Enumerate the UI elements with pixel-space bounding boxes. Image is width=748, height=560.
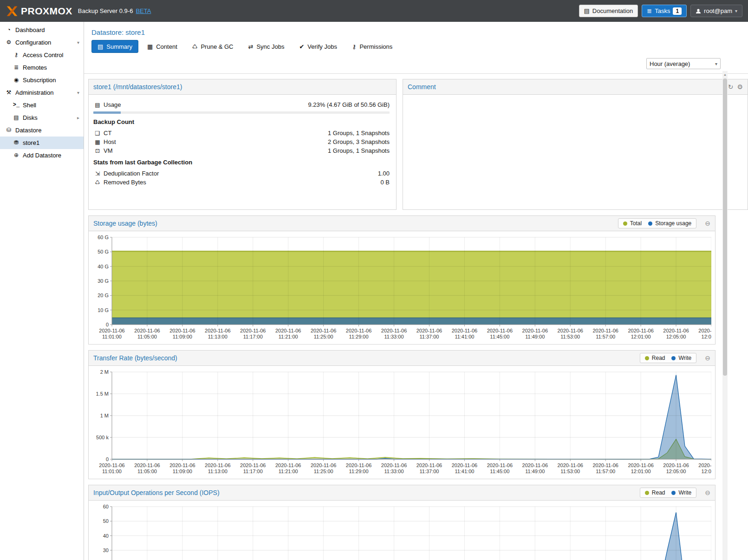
tab-summary[interactable]: ▤Summary <box>91 40 138 53</box>
sidebar-item-label: Datastore <box>15 124 41 137</box>
chevron-down-icon: ▾ <box>735 8 737 13</box>
tab-permissions[interactable]: ⚷Permissions <box>346 40 398 53</box>
tab-label: Content <box>156 43 177 50</box>
sidebar-item-access-control[interactable]: ⚷Access Control <box>0 49 84 61</box>
svg-text:2020-11-06: 2020-11-06 <box>522 328 548 333</box>
tab-sync-jobs[interactable]: ⇄Sync Jobs <box>242 40 291 53</box>
stat-value: 1 Groups, 1 Snapshots <box>328 130 390 137</box>
svg-text:11:13:00: 11:13:00 <box>208 469 228 474</box>
tasks-button[interactable]: ≣ Tasks 1 <box>642 5 687 17</box>
sidebar-item-subscription[interactable]: ◉Subscription <box>0 74 84 86</box>
svg-text:2020-11-06: 2020-11-06 <box>416 462 442 468</box>
collapse-icon[interactable]: ⊖ <box>705 220 710 227</box>
scroll-up-arrow[interactable]: ▲ <box>722 71 728 78</box>
legend-label: Write <box>678 355 691 361</box>
svg-text:11:05:00: 11:05:00 <box>137 334 157 339</box>
sidebar-item-configuration[interactable]: ⚙Configuration▾ <box>0 36 84 49</box>
sidebar-item-datastore[interactable]: ⛁Datastore <box>0 124 84 137</box>
legend-item-read[interactable]: Read <box>645 355 665 361</box>
documentation-button[interactable]: ▤ Documentation <box>579 5 638 17</box>
gear-icon[interactable]: ⚙ <box>737 83 743 91</box>
svg-text:50 G: 50 G <box>98 249 109 254</box>
legend-item-write[interactable]: Write <box>671 489 691 496</box>
sidebar-item-disks[interactable]: ▤Disks▸ <box>0 111 84 124</box>
comment-body <box>403 95 748 209</box>
svg-text:40 G: 40 G <box>98 264 109 269</box>
add-icon: ⊕ <box>12 149 20 162</box>
svg-text:500 k: 500 k <box>96 435 109 440</box>
expander-icon[interactable]: ▸ <box>77 111 79 124</box>
svg-text:2020-11-06: 2020-11-06 <box>381 462 407 468</box>
transfer-rate-header: Transfer Rate (bytes/second) ReadWrite ⊖ <box>89 351 715 366</box>
svg-text:2 M: 2 M <box>100 369 109 375</box>
user-menu-button[interactable]: root@pam ▾ <box>690 5 742 17</box>
svg-text:50: 50 <box>103 518 109 524</box>
summary-panel-title: store1 (/mnt/datastores/store1) <box>93 83 182 91</box>
stat-value: 1.00 <box>378 170 390 177</box>
legend-label: Read <box>652 489 665 496</box>
svg-text:2020-11-06: 2020-11-06 <box>275 462 301 468</box>
summary-panel-header: store1 (/mnt/datastores/store1) <box>89 79 396 95</box>
timeframe-value: Hour (average) <box>650 60 690 67</box>
stat-value: 1 Groups, 1 Snapshots <box>328 147 390 154</box>
tab-bar: ▤Summary▦Content♺Prune & GC⇄Sync Jobs✔Ve… <box>84 39 748 53</box>
collapse-icon[interactable]: ⊖ <box>705 489 710 496</box>
svg-text:11:53:00: 11:53:00 <box>560 334 580 339</box>
scrollbar-thumb[interactable] <box>723 78 727 376</box>
svg-text:0: 0 <box>106 322 109 327</box>
sidebar-item-add-datastore[interactable]: ⊕Add Datastore <box>0 149 84 162</box>
sidebar-item-label: Dashboard <box>15 24 45 36</box>
sidebar-item-label: Administration <box>15 86 53 99</box>
svg-text:2020-11-06: 2020-11-06 <box>240 328 266 333</box>
disks-icon: ▤ <box>12 111 20 124</box>
legend-item-write[interactable]: Write <box>671 355 691 361</box>
svg-text:2020-11-06: 2020-11-06 <box>522 462 548 468</box>
svg-text:2020-11-06: 2020-11-06 <box>628 462 653 468</box>
tab-verify-jobs[interactable]: ✔Verify Jobs <box>293 40 343 53</box>
chart-legend: ReadWrite <box>640 488 696 498</box>
tasks-label: Tasks <box>655 7 670 14</box>
svg-text:11:25:00: 11:25:00 <box>314 469 333 474</box>
chart-canvas: 60504030201002020-11-0611:01:002020-11-0… <box>92 502 711 560</box>
vertical-scrollbar[interactable]: ▲ <box>722 71 728 560</box>
legend-item-total[interactable]: Total <box>623 220 642 227</box>
ct-icon: ❑ <box>93 130 102 137</box>
product-version: Backup Server 0.9-6 <box>78 7 133 14</box>
tasks-list-icon: ≣ <box>647 8 652 14</box>
tab-content[interactable]: ▦Content <box>141 40 183 53</box>
legend-label: Write <box>678 489 691 496</box>
collapse-icon[interactable]: ⊖ <box>705 354 710 362</box>
backup-count-title: Backup Count <box>93 118 390 125</box>
sidebar-item-store1[interactable]: ⛃store1 <box>0 137 84 149</box>
sidebar-item-administration[interactable]: ⚒Administration▾ <box>0 86 84 99</box>
transfer-rate-title: Transfer Rate (bytes/second) <box>93 354 177 362</box>
beta-link[interactable]: BETA <box>136 7 151 14</box>
usage-row: ▤ Usage 9.23% (4.67 GiB of 50.56 GiB) <box>93 100 390 109</box>
reload-icon[interactable]: ↻ <box>728 83 734 91</box>
chart-legend: TotalStorage usage <box>618 218 696 228</box>
legend-dot <box>648 221 652 226</box>
svg-text:11:37:00: 11:37:00 <box>419 334 439 339</box>
sidebar-item-remotes[interactable]: ≣Remotes <box>0 61 84 74</box>
svg-text:11:21:00: 11:21:00 <box>279 469 298 474</box>
svg-text:0: 0 <box>106 456 109 462</box>
legend-item-read[interactable]: Read <box>645 489 665 496</box>
svg-text:11:41:00: 11:41:00 <box>455 334 474 339</box>
expander-icon[interactable]: ▾ <box>77 36 79 49</box>
stat-label: CT <box>104 130 111 137</box>
svg-text:11:33:00: 11:33:00 <box>384 469 404 474</box>
chevron-down-icon[interactable]: ▾ <box>715 61 717 66</box>
svg-text:2020-11-06: 2020-11-06 <box>169 462 195 468</box>
sidebar-item-label: Shell <box>23 99 36 111</box>
user-label: root@pam <box>704 7 732 14</box>
sidebar-item-shell[interactable]: >_Shell <box>0 99 84 111</box>
svg-text:11:29:00: 11:29:00 <box>349 334 369 339</box>
svg-text:60: 60 <box>103 504 109 509</box>
tab-prune-gc[interactable]: ♺Prune & GC <box>186 40 240 53</box>
legend-item-storage-usage[interactable]: Storage usage <box>648 220 691 227</box>
svg-text:1 M: 1 M <box>100 413 109 418</box>
sidebar-item-dashboard[interactable]: ◔Dashboard <box>0 24 84 36</box>
expander-icon[interactable]: ▾ <box>77 86 79 99</box>
timeframe-select[interactable]: Hour (average) ▾ <box>646 58 721 69</box>
svg-text:2020-11-06: 2020-11-06 <box>311 462 336 468</box>
